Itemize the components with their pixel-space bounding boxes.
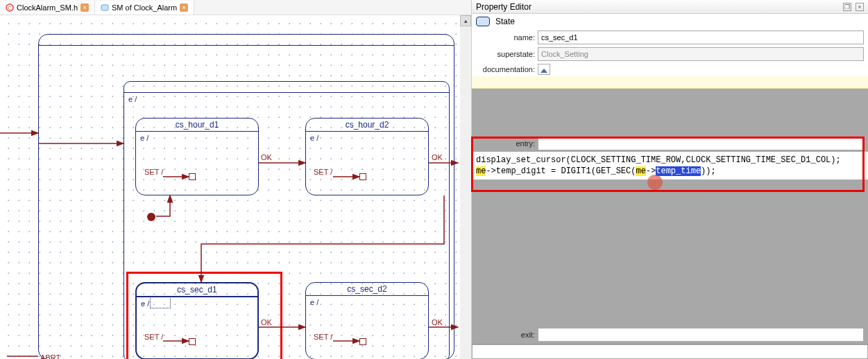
code-me-2: me	[636, 166, 645, 176]
ok-label: OK	[261, 153, 272, 161]
set-target-box	[189, 173, 196, 180]
selection-indicator	[150, 296, 171, 308]
doc-text-region[interactable]	[472, 76, 868, 89]
set-label: SET /	[144, 333, 163, 341]
ok-label: OK	[432, 318, 443, 326]
superstate-label: superstate:	[476, 50, 535, 58]
tab-clockalarm-h[interactable]: C ClockAlarm_SM.h ×	[0, 1, 95, 15]
diagram-canvas[interactable]: e / cs_hour_d1 e / SET / OK cs_hour_d2 e…	[0, 15, 471, 359]
set-label: SET /	[314, 333, 332, 341]
exit-code-block[interactable]	[472, 344, 868, 359]
ok-label: OK	[261, 318, 272, 326]
set-label: SET /	[144, 168, 163, 176]
ok-label: OK	[432, 153, 443, 161]
close-icon[interactable]: ×	[80, 3, 89, 12]
sm-file-icon	[101, 3, 109, 12]
close-icon[interactable]: ×	[180, 3, 188, 12]
tab-label: ClockAlarm_SM.h	[17, 3, 78, 12]
editor-gray-area: entry: display_set_cursor(CLOCK_SETTING_…	[472, 76, 868, 344]
state-title-bar	[39, 35, 454, 46]
tab-bar: C ClockAlarm_SM.h × SM of Clock_Alarm ×	[0, 0, 471, 15]
cursor-indicator-icon	[647, 175, 663, 190]
state-cs-sec-d1[interactable]: cs_sec_d1 e /	[135, 282, 259, 359]
abrt-label: ABRT	[40, 353, 60, 359]
entry-label: entry:	[476, 139, 535, 148]
documentation-label: documentation:	[476, 65, 535, 73]
state-cs-sec-d2[interactable]: cs_sec_d2 e /	[305, 282, 429, 359]
region-entry: e /	[124, 93, 449, 105]
code-line-2: me->temp_digit = DIGIT1(GET_SEC(me->temp…	[476, 166, 864, 177]
svg-text:C: C	[8, 5, 12, 11]
state-entry: e /	[306, 296, 428, 308]
entry-input[interactable]	[538, 137, 864, 150]
exit-input[interactable]	[538, 328, 864, 342]
property-editor-header: Property Editor ❐ ×	[472, 0, 868, 14]
exit-label: exit:	[476, 331, 535, 339]
set-label: SET /	[314, 168, 332, 176]
set-target-box	[189, 338, 196, 345]
tab-label: SM of Clock_Alarm	[112, 3, 177, 12]
superstate-input	[538, 47, 864, 61]
state-cs-hour-d1[interactable]: cs_hour_d1 e /	[135, 118, 259, 195]
state-title: cs_hour_d2	[306, 119, 428, 132]
state-title: cs_sec_d2	[306, 283, 428, 296]
type-row: State	[472, 14, 868, 29]
state-title: cs_hour_d1	[136, 119, 258, 132]
state-cs-hour-d2[interactable]: cs_hour_d2 e /	[305, 118, 429, 195]
name-input[interactable]	[538, 30, 864, 44]
code-selection: temp_time	[656, 166, 701, 176]
panel-title: Property Editor	[476, 2, 531, 12]
restore-icon[interactable]: ❐	[843, 3, 851, 11]
state-title: cs_sec_d1	[137, 283, 257, 297]
entry-code-block[interactable]: display_set_cursor(CLOCK_SETTING_TIME_RO…	[472, 152, 868, 180]
code-me-1: me	[476, 166, 486, 176]
name-label: name:	[476, 33, 535, 42]
set-target-box	[359, 338, 366, 345]
state-entry: e /	[306, 132, 428, 144]
state-title-bar	[124, 82, 449, 93]
expand-icon[interactable]	[538, 64, 550, 75]
state-type-icon	[476, 17, 490, 26]
svg-rect-2	[101, 5, 108, 10]
scroll-up-icon[interactable]: ▴	[460, 15, 471, 26]
type-label: State	[495, 17, 515, 26]
state-entry: e /	[136, 132, 258, 144]
tab-sm-clock-alarm[interactable]: SM of Clock_Alarm ×	[95, 1, 194, 15]
set-target-box	[359, 173, 366, 180]
initial-state-dot[interactable]	[147, 213, 155, 221]
vertical-scrollbar[interactable]: ▴	[460, 15, 471, 359]
code-line-1: display_set_cursor(CLOCK_SETTING_TIME_RO…	[476, 155, 864, 166]
close-icon[interactable]: ×	[856, 3, 864, 11]
c-file-icon: C	[6, 3, 14, 12]
